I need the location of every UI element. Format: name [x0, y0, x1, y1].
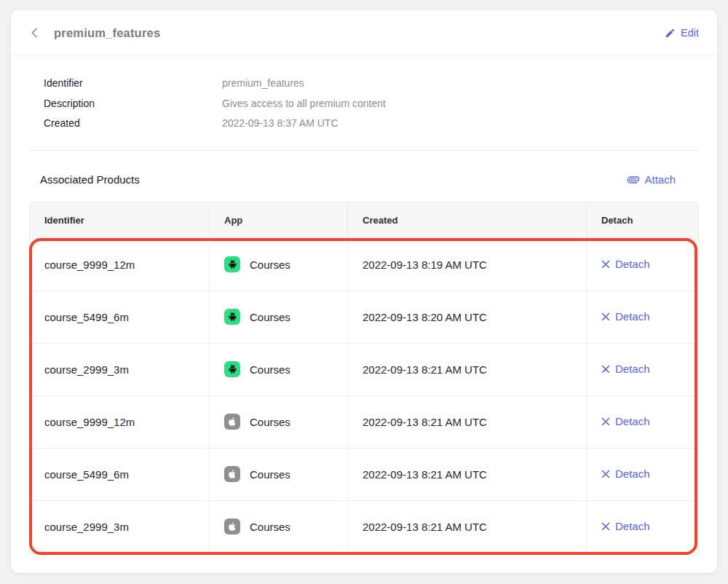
apple-app-icon: [224, 466, 240, 482]
section-title: Associated Products: [40, 172, 140, 188]
detach-button[interactable]: Detach: [601, 363, 650, 375]
product-identifier: course_5499_6m: [44, 468, 129, 481]
product-created-cell: 2022-09-13 8:21 AM UTC: [348, 395, 587, 448]
products-table-body: course_9999_12m: [30, 238, 699, 553]
detach-label: Detach: [615, 310, 650, 323]
product-created: 2022-09-13 8:21 AM UTC: [363, 468, 487, 481]
app-cell: Courses: [224, 518, 333, 534]
x-icon: [601, 470, 610, 478]
product-identifier-cell: course_2999_3m: [30, 500, 210, 553]
app-cell: Courses: [224, 414, 333, 430]
app-name: Courses: [250, 468, 290, 481]
product-detach-cell: Detach: [587, 448, 699, 500]
x-icon: [601, 260, 610, 269]
pencil-icon: [665, 28, 676, 39]
product-created: 2022-09-13 8:21 AM UTC: [363, 363, 487, 376]
x-icon: [601, 312, 610, 321]
detail-label: Created: [44, 114, 222, 134]
products-table-head: Identifier App Created Detach: [30, 202, 699, 238]
detach-label: Detach: [615, 258, 650, 270]
detach-button[interactable]: Detach: [601, 415, 650, 427]
table-row: course_9999_12m: [30, 238, 699, 291]
detach-button[interactable]: Detach: [601, 258, 650, 270]
product-identifier-cell: course_2999_3m: [30, 343, 210, 395]
detach-label: Detach: [615, 467, 650, 480]
detail-row-identifier: Identifier premium_features: [44, 74, 699, 94]
product-detach-cell: Detach: [587, 238, 699, 291]
android-app-icon: [224, 309, 240, 325]
detail-value: 2022-09-13 8:37 AM UTC: [222, 114, 339, 134]
detail-value: premium_features: [222, 74, 304, 94]
apple-app-icon: [224, 518, 240, 534]
detail-label: Identifier: [44, 74, 222, 94]
product-app-cell: Courses: [210, 238, 348, 291]
detail-label: Description: [44, 94, 222, 114]
apple-app-icon: [224, 414, 240, 430]
product-created: 2022-09-13 8:19 AM UTC: [363, 259, 487, 271]
detail-row-description: Description Gives access to all premium …: [44, 94, 699, 114]
product-identifier: course_9999_12m: [44, 416, 135, 428]
product-identifier: course_5499_6m: [44, 311, 129, 323]
android-app-icon: [224, 256, 240, 272]
card-header: premium_features Edit: [11, 10, 717, 56]
table-row: course_5499_6m: [30, 448, 699, 500]
product-detach-cell: Detach: [587, 500, 699, 553]
product-created-cell: 2022-09-13 8:21 AM UTC: [348, 500, 587, 553]
x-icon: [601, 365, 610, 374]
edit-button[interactable]: Edit: [665, 27, 699, 39]
detach-button[interactable]: Detach: [601, 520, 650, 532]
entitlement-card: premium_features Edit Identifier premium…: [11, 10, 717, 573]
product-app-cell: Courses: [210, 395, 348, 448]
chevron-left-icon: [29, 27, 41, 39]
product-created: 2022-09-13 8:21 AM UTC: [363, 416, 487, 428]
x-icon: [601, 522, 610, 531]
products-table: Identifier App Created Detach course_999…: [29, 202, 699, 553]
detach-button[interactable]: Detach: [601, 467, 650, 480]
product-created-cell: 2022-09-13 8:19 AM UTC: [348, 238, 587, 291]
product-identifier-cell: course_9999_12m: [30, 238, 210, 291]
android-app-icon: [224, 361, 240, 377]
product-app-cell: Courses: [210, 291, 348, 343]
attach-button[interactable]: Attach: [628, 173, 676, 186]
product-app-cell: Courses: [210, 343, 348, 395]
products-table-wrap: Identifier App Created Detach course_999…: [29, 202, 699, 553]
app-name: Courses: [250, 363, 290, 376]
app-name: Courses: [250, 311, 290, 323]
product-detach-cell: Detach: [587, 291, 699, 343]
product-created-cell: 2022-09-13 8:21 AM UTC: [348, 448, 587, 500]
table-row: course_5499_6m: [30, 291, 699, 343]
column-header-app: App: [210, 202, 348, 238]
x-icon: [601, 417, 610, 426]
table-row: course_2999_3m: [30, 343, 699, 395]
column-header-identifier: Identifier: [30, 202, 210, 238]
column-header-detach: Detach: [587, 202, 699, 238]
product-identifier: course_2999_3m: [44, 521, 129, 533]
table-row: course_2999_3m: [30, 500, 699, 553]
card-body: Identifier premium_features Description …: [11, 56, 717, 553]
product-app-cell: Courses: [210, 448, 348, 500]
product-created-cell: 2022-09-13 8:21 AM UTC: [348, 343, 587, 395]
product-identifier-cell: course_9999_12m: [30, 395, 210, 448]
column-header-created: Created: [348, 202, 587, 238]
detail-value: Gives access to all premium content: [222, 94, 386, 114]
product-detach-cell: Detach: [587, 395, 699, 448]
product-created-cell: 2022-09-13 8:20 AM UTC: [348, 291, 587, 343]
back-button[interactable]: [29, 24, 47, 42]
table-row: course_9999_12m: [30, 395, 699, 448]
product-identifier-cell: course_5499_6m: [30, 448, 210, 500]
associated-products-header: Associated Products Attach: [29, 151, 699, 202]
app-cell: Courses: [224, 361, 333, 377]
product-detach-cell: Detach: [587, 343, 699, 395]
entitlement-details: Identifier premium_features Description …: [29, 56, 699, 151]
app-name: Courses: [250, 416, 290, 428]
paperclip-icon: [625, 171, 642, 188]
product-created: 2022-09-13 8:21 AM UTC: [363, 521, 487, 533]
page-title: premium_features: [54, 26, 160, 40]
detach-label: Detach: [615, 363, 650, 375]
app-cell: Courses: [224, 309, 333, 325]
detach-button[interactable]: Detach: [601, 310, 650, 323]
app-cell: Courses: [224, 256, 333, 272]
detach-label: Detach: [615, 520, 650, 532]
detail-row-created: Created 2022-09-13 8:37 AM UTC: [44, 114, 699, 134]
edit-label: Edit: [681, 27, 699, 39]
